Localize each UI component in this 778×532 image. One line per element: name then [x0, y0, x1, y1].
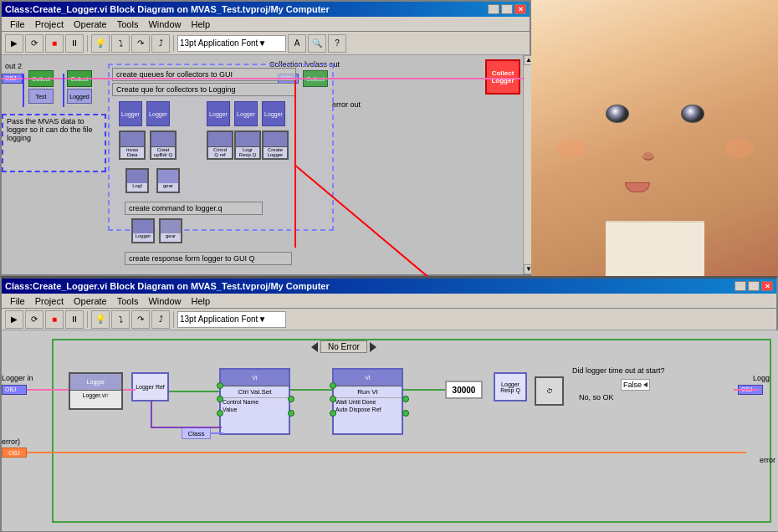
- purple-wire-v: [151, 402, 152, 427]
- menu-help[interactable]: Help: [187, 19, 216, 29]
- run-button[interactable]: ▶: [5, 34, 23, 53]
- baby-left-cheek: [556, 138, 586, 159]
- run-continuously-button[interactable]: ⟳: [25, 34, 44, 53]
- logger-node-2: Logger: [146, 101, 170, 126]
- ctrl-val-set-vi: VI Ctrl Val.Set Control Name Value: [219, 368, 290, 435]
- menu-window[interactable]: Window: [143, 19, 186, 29]
- menu-project[interactable]: Project: [30, 19, 69, 29]
- step-into-button[interactable]: ⤵: [111, 34, 130, 53]
- menu-tools[interactable]: Tools: [112, 19, 144, 29]
- bottom-close[interactable]: ✕: [761, 281, 773, 291]
- class-badge[interactable]: Class: [182, 427, 211, 439]
- minimize-button[interactable]: _: [488, 4, 499, 14]
- bottom-menu-project[interactable]: Project: [30, 296, 69, 306]
- error-out-label: error out: [332, 100, 361, 109]
- error-in-badge: OBJ: [2, 448, 27, 458]
- bottom-step-out[interactable]: ⤴: [151, 310, 170, 329]
- top-window: Class:Create_Logger.vi Block Diagram on …: [0, 0, 531, 276]
- test-node: Test: [28, 89, 54, 104]
- did-logger-timeout-label: Did logger time out at start?: [572, 366, 665, 375]
- run-vi-dot-2: [330, 396, 336, 402]
- wait-until-done-label: Wait Until Done: [334, 397, 402, 406]
- bottom-pause[interactable]: ⏸: [65, 310, 84, 329]
- logger-resp-icon: [133, 220, 153, 233]
- bottom-font-selector[interactable]: 13pt Application Font▼: [177, 311, 286, 328]
- help-button[interactable]: ?: [328, 34, 346, 53]
- run-vi-label: Run VI: [334, 386, 402, 397]
- create-logger-icon: [264, 132, 287, 147]
- logger-resp-bottom: Logger Resp Q: [494, 372, 527, 402]
- abort-button[interactable]: ■: [45, 34, 64, 53]
- exit-dot-3: [402, 396, 409, 402]
- logger-resp-node-2: gear: [159, 218, 182, 243]
- menu-file[interactable]: File: [5, 19, 30, 29]
- no-error-banner: No Error: [311, 340, 376, 353]
- maximize-button[interactable]: □: [501, 4, 513, 14]
- logr-label: LogrResp Q: [236, 147, 259, 157]
- toolbar-divider1: [87, 35, 88, 52]
- collect-btn-label: Collect: [492, 69, 514, 77]
- logger-node-4: Logger: [234, 101, 258, 126]
- font-selector[interactable]: 13pt Application Font▼: [177, 35, 286, 52]
- bottom-minimize[interactable]: _: [734, 281, 746, 291]
- blue-wire-v2: [63, 74, 64, 107]
- cmnd-subvi: CmndQ ref: [207, 130, 233, 160]
- menu-operate[interactable]: Operate: [69, 19, 112, 29]
- step-out-button[interactable]: ⤴: [151, 34, 170, 53]
- log-sublabel-2: gear: [158, 183, 178, 188]
- text-options-button[interactable]: A: [288, 34, 306, 53]
- ctrl-val-set-label: Ctrl Val.Set: [221, 386, 289, 397]
- logger-ref-node: Logger Ref: [131, 372, 169, 402]
- bottom-abort[interactable]: ■: [45, 310, 64, 329]
- collect-logger-button[interactable]: Collect Logger: [485, 59, 520, 95]
- log-icon-2: [158, 170, 178, 183]
- class-wire: [211, 432, 223, 434]
- bottom-menu-tools[interactable]: Tools: [112, 296, 144, 306]
- baby-clothing: [606, 221, 704, 276]
- run-vi-dot-3: [330, 410, 336, 417]
- queue-label-2: Create que for collectors to Logging: [112, 83, 296, 96]
- bottom-menu-help[interactable]: Help: [187, 296, 216, 306]
- baby-right-cheek: [724, 138, 754, 159]
- green-wire-h1: [169, 391, 219, 392]
- baby-photo: [531, 0, 778, 276]
- baby-left-eye: [606, 105, 629, 123]
- highlight-button[interactable]: 💡: [91, 34, 110, 53]
- error-in-label: error): [2, 437, 20, 446]
- create-command-label: create command to logger.q: [125, 202, 263, 215]
- bottom-window-controls: _ □ ✕: [734, 281, 773, 291]
- bottom-menu-operate[interactable]: Operate: [69, 296, 112, 306]
- false-selector[interactable]: False: [621, 379, 650, 391]
- bottom-step-over[interactable]: ↷: [131, 310, 150, 329]
- toolbar-divider2: [173, 35, 174, 52]
- logger-node-1: Logger: [119, 101, 142, 126]
- run-vi-box: VI Run VI Wait Until Done Auto Dispose R…: [332, 368, 403, 435]
- no-error-text: No Error: [320, 340, 367, 353]
- bottom-window: Class:Create_Logger.vi Block Diagram on …: [0, 276, 778, 532]
- logger-resp-icon-2: [161, 220, 181, 233]
- logr-icon: [236, 132, 259, 147]
- bottom-run-continuously[interactable]: ⟳: [25, 310, 44, 329]
- bottom-maximize[interactable]: □: [748, 281, 760, 291]
- pause-button[interactable]: ⏸: [65, 34, 84, 53]
- purple-wire-h: [151, 427, 222, 428]
- ctrl-val-set-icon: VI: [221, 370, 289, 386]
- green-dot-1: [217, 382, 223, 389]
- bottom-menu-window[interactable]: Window: [143, 296, 186, 306]
- search-button[interactable]: 🔍: [308, 34, 326, 53]
- logger-in-obj: OBJ: [2, 385, 27, 395]
- bottom-run-button[interactable]: ▶: [5, 310, 23, 329]
- bottom-step-into[interactable]: ⤵: [111, 310, 130, 329]
- logger-resp-label: Logger: [133, 233, 153, 238]
- bottom-highlight[interactable]: 💡: [91, 310, 110, 329]
- step-over-button[interactable]: ↷: [131, 34, 150, 53]
- create-logger-label: CreateLogger: [264, 147, 287, 157]
- bottom-menu-file[interactable]: File: [5, 296, 30, 306]
- logger-out-label: Logg: [753, 374, 770, 382]
- logger-vi-node: Logger Logger.vi↑: [69, 372, 123, 410]
- close-button[interactable]: ✕: [514, 4, 526, 14]
- top-window-controls: _ □ ✕: [488, 4, 526, 14]
- logger-in-label: Logger in: [2, 374, 33, 382]
- top-diagram-area: ▲ ▼ Collect Logger out 2 Collection.lvcl…: [2, 55, 533, 274]
- log-icon-1: [127, 170, 147, 183]
